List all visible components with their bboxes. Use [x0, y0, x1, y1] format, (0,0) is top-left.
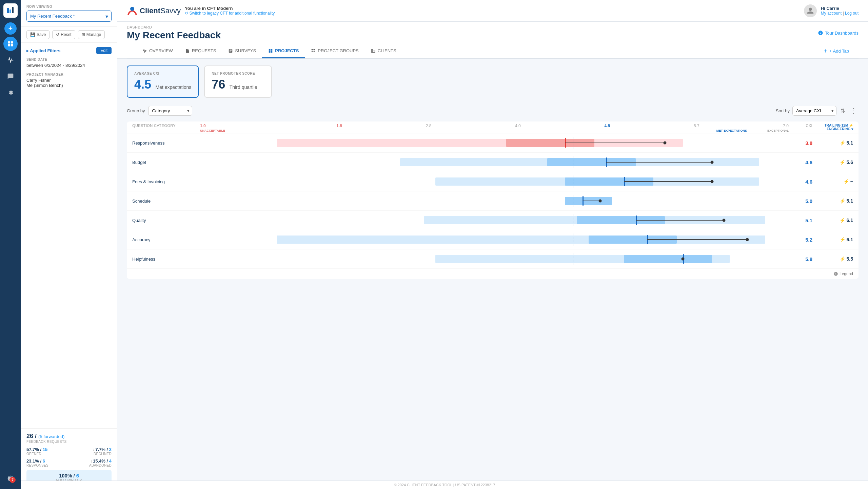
opened-pct: 57.7% / 15 — [26, 447, 68, 452]
send-date-filter: SEND DATE between 6/3/2024 - 8/29/2024 — [26, 58, 112, 68]
dashboard-icon[interactable] — [3, 37, 18, 51]
toolbar: 💾 Save ↺ Reset ⊞ Manage — [21, 27, 117, 43]
sort-by-selector[interactable]: Average CXI — [792, 106, 836, 116]
nps-label: NET PROMOTER SCORE — [212, 72, 264, 75]
legend-button[interactable]: Legend — [833, 271, 853, 276]
tabs-bar: OVERVIEW REQUESTS SURVEYS PROJECTS — [127, 44, 859, 58]
sort-by-label: Sort by — [776, 108, 790, 113]
average-cxi-desc: Met expectations — [156, 84, 192, 90]
score-cards: AVERAGE CXI 4.5 Met expectations NET PRO… — [127, 65, 859, 98]
trailing-value: ⚡5.6 — [812, 159, 853, 165]
chart-controls: Group by Category Sort by Average CXI — [127, 105, 859, 116]
nps-card: NET PROMOTER SCORE 76 Third quartile — [204, 65, 272, 98]
save-icon: 💾 — [30, 32, 35, 37]
messages-icon[interactable] — [3, 69, 18, 83]
nps-desc: Third quartile — [230, 84, 257, 90]
send-date-value: between 6/3/2024 - 8/29/2024 — [26, 63, 112, 68]
trailing-value: ⚡5.1 — [812, 140, 853, 146]
icon-sidebar: + 7 — [0, 0, 21, 489]
average-cxi-card: AVERAGE CXI 4.5 Met expectations — [127, 65, 199, 98]
bar-container — [200, 175, 789, 188]
svg-rect-7 — [314, 51, 315, 52]
opened-label: OPENED — [26, 452, 68, 456]
send-date-label: SEND DATE — [26, 58, 112, 61]
cxi-value: 4.6 — [789, 179, 812, 185]
responses-label: RESPONSES — [26, 464, 68, 467]
log-out-link[interactable]: Log out — [845, 11, 859, 16]
cxi-value: 5.1 — [789, 218, 812, 223]
page-title: My Recent Feedback — [127, 30, 221, 41]
trailing-value: ⚡5.1 — [812, 198, 853, 204]
tab-surveys[interactable]: SURVEYS — [222, 44, 262, 58]
user-avatar — [804, 4, 817, 17]
abandoned-stat: ↓15.4% / 4 ABANDONED — [71, 458, 112, 467]
project-manager-label: PROJECT MANAGER — [26, 73, 112, 76]
bar-container — [200, 195, 789, 207]
edit-filters-button[interactable]: Edit — [96, 47, 112, 54]
chart-rows: Responsiveness3.8⚡5.1Budget4.6⚡5.6Fees &… — [127, 133, 859, 269]
user-info: Hi Carrie My account | Log out — [821, 6, 859, 16]
now-viewing-label: NOW VIEWING — [26, 5, 112, 8]
tab-project-groups[interactable]: PROJECT GROUPS — [305, 44, 364, 58]
cxi-col-header: CXI — [789, 124, 812, 133]
row-label: Quality — [132, 218, 200, 223]
cxi-value: 5.8 — [789, 256, 812, 262]
svg-rect-1 — [9, 10, 11, 13]
bar-container — [200, 233, 789, 246]
chart-row: Quality5.1⚡6.1 — [127, 211, 859, 230]
chart-row: Fees & Invoicing4.6⚡~ — [127, 172, 859, 191]
legacy-link[interactable]: ↺ Switch to legacy CFT for additional fu… — [185, 11, 275, 16]
tab-requests[interactable]: REQUESTS — [179, 44, 222, 58]
tour-dashboards-button[interactable]: Tour Dashboards — [818, 30, 859, 36]
sort-asc-icon[interactable]: ⇅ — [839, 106, 846, 115]
project-manager-filter: PROJECT MANAGER Carry FisherMe (Simon Be… — [26, 73, 112, 88]
reset-button[interactable]: ↺ Reset — [52, 30, 75, 39]
app-logo[interactable] — [3, 3, 18, 18]
chart-row: Responsiveness3.8⚡5.1 — [127, 133, 859, 153]
chart-row: Accuracy5.2⚡6.1 — [127, 230, 859, 249]
manage-button[interactable]: ⊞ Manage — [78, 30, 105, 39]
project-manager-value: Carry FisherMe (Simon Bench) — [26, 78, 112, 88]
manage-icon: ⊞ — [82, 32, 85, 37]
svg-rect-6 — [312, 51, 313, 52]
group-by-selector[interactable]: Category — [148, 106, 192, 116]
activity-icon[interactable] — [3, 53, 18, 67]
svg-rect-2 — [12, 7, 14, 13]
save-button[interactable]: 💾 Save — [26, 30, 50, 39]
settings-icon[interactable] — [3, 86, 18, 100]
abandoned-label: ABANDONED — [71, 464, 112, 467]
tab-overview[interactable]: OVERVIEW — [136, 44, 179, 58]
reset-icon: ↺ — [56, 32, 59, 37]
dashboard-selector[interactable]: My Recent Feedback * — [26, 11, 112, 22]
opened-stat: 57.7% / 15 OPENED — [26, 447, 68, 456]
svg-rect-0 — [7, 8, 9, 13]
chart-row: Schedule5.0⚡5.1 — [127, 191, 859, 211]
filters-header: ▸ Applied Filters Edit — [26, 47, 112, 54]
tab-projects[interactable]: PROJECTS — [262, 44, 305, 58]
app-name: ClientSavvy — [140, 6, 181, 15]
bar-container — [200, 253, 789, 265]
legend-row: Legend — [127, 269, 859, 279]
declined-pct: ↓7.7% / 2 — [71, 447, 112, 452]
app-branding: ClientSavvy You are in CFT Modern ↺ Swit… — [127, 5, 275, 16]
user-area: Hi Carrie My account | Log out — [804, 4, 859, 17]
dashboard-area: DASHBOARD My Recent Feedback Tour Dashbo… — [117, 22, 868, 489]
followed-pct: 100% / 6 — [29, 473, 109, 478]
add-tab-button[interactable]: + Add Tab — [823, 49, 849, 54]
svg-point-3 — [130, 7, 134, 11]
my-account-link[interactable]: My account — [821, 11, 842, 16]
svg-rect-5 — [314, 49, 315, 50]
stats-panel: 26 / (5 forwarded) FEEDBACK REQUESTS 57.… — [21, 428, 117, 489]
more-options-button[interactable]: ⋮ — [849, 105, 859, 116]
group-by-label: Group by — [127, 108, 145, 113]
dash-title-row: DASHBOARD My Recent Feedback Tour Dashbo… — [127, 25, 859, 44]
breadcrumb: DASHBOARD — [127, 25, 221, 29]
tab-clients[interactable]: CLIENTS — [365, 44, 402, 58]
now-viewing-section: NOW VIEWING My Recent Feedback * — [21, 0, 117, 27]
add-button[interactable]: + — [4, 22, 17, 35]
chart-row: Helpfulness5.8⚡5.5 — [127, 249, 859, 269]
row-label: Responsiveness — [132, 140, 200, 146]
content-panel: AVERAGE CXI 4.5 Met expectations NET PRO… — [117, 59, 868, 286]
stats-grid: 57.7% / 15 OPENED ↓7.7% / 2 DECLINED 23.… — [26, 447, 112, 467]
cxi-value: 5.0 — [789, 198, 812, 204]
